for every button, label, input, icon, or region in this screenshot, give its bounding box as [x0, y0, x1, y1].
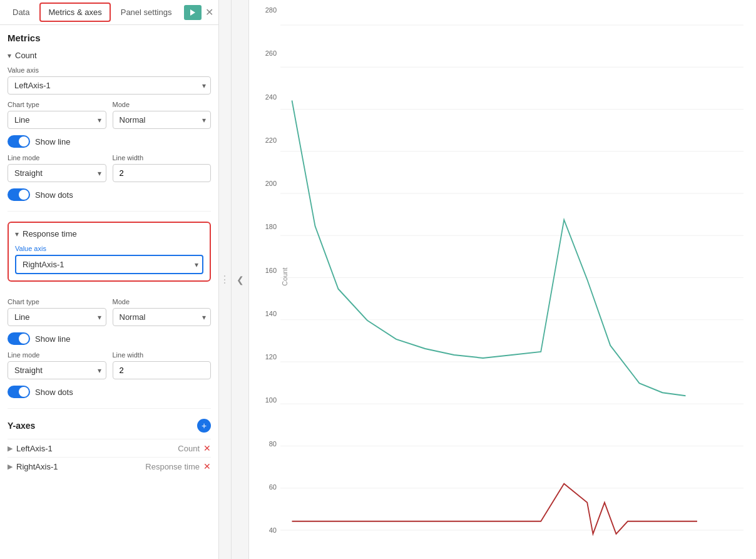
chart-type-select-wrapper-2: Line ▾ [8, 308, 106, 326]
svg-marker-0 [190, 9, 195, 16]
collapse-panel-button[interactable]: ❮ [232, 0, 249, 559]
value-axis-label-1: Value axis [8, 66, 211, 74]
left-axis-name: LeftAxis-1 [16, 444, 174, 453]
left-axis-expand-icon[interactable]: ▶ [8, 444, 13, 453]
close-button[interactable]: ✕ [205, 6, 213, 18]
right-axis-name: RightAxis-1 [16, 462, 141, 471]
y-label-180: 180 [265, 223, 277, 230]
add-axis-button[interactable]: + [197, 419, 211, 433]
line-width-label-2: Line width [113, 351, 212, 359]
chart-type-select-1[interactable]: Line [8, 111, 106, 129]
mode-select-wrapper-1: Normal ▾ [113, 111, 212, 129]
mode-select-wrapper-2: Normal ▾ [113, 308, 212, 326]
panel-content: Metrics ▾ Count Value axis LeftAxis-1 ▾ … [0, 25, 218, 559]
show-line-toggle-2[interactable] [8, 332, 30, 345]
left-axis-delete-icon[interactable]: ✕ [203, 443, 211, 453]
y-axis-title: Count [281, 267, 289, 285]
line-mode-select-2[interactable]: Straight [8, 361, 106, 379]
response-time-chevron-icon: ▾ [15, 230, 19, 238]
show-dots-toggle-2[interactable] [8, 386, 30, 398]
tabs-bar: Data Metrics & axes Panel settings ✕ [0, 0, 218, 25]
mode-select-2[interactable]: Normal [113, 308, 212, 326]
line-width-label-1: Line width [113, 154, 212, 162]
metric-count-header[interactable]: ▾ Count [8, 51, 211, 60]
chart-svg-container: Count [280, 6, 743, 546]
chart-type-select-wrapper-1: Line ▾ [8, 111, 106, 129]
metric-count-name: Count [15, 51, 37, 60]
value-axis-select-wrapper-1: LeftAxis-1 ▾ [8, 76, 211, 95]
y-axes-section: Y-axes + ▶ LeftAxis-1 Count ✕ ▶ RightAxi… [8, 419, 211, 475]
line-mode-width-row-2: Line mode Straight ▾ Line width [8, 345, 211, 379]
red-line [292, 484, 698, 534]
metric-response-time-name: Response time [23, 229, 77, 238]
y-label-80: 80 [269, 440, 277, 448]
chart-svg [280, 6, 743, 546]
metrics-title: Metrics [8, 33, 211, 43]
line-mode-width-row-1: Line mode Straight ▾ Line width [8, 148, 211, 182]
line-mode-select-wrapper-1: Straight ▾ [8, 164, 106, 182]
show-line-label-2: Show line [35, 334, 70, 344]
y-label-160: 160 [265, 267, 277, 274]
value-axis-select-1[interactable]: LeftAxis-1 [8, 76, 211, 95]
collapse-icon: ❮ [237, 275, 244, 285]
y-label-280: 280 [265, 6, 277, 14]
right-axis-metric: Response time [145, 462, 200, 471]
chart-type-select-2[interactable]: Line [8, 308, 106, 326]
count-chevron-icon: ▾ [8, 51, 11, 60]
chart-type-label-2: Chart type [8, 298, 106, 305]
y-label-240: 240 [265, 93, 277, 101]
tab-actions: ✕ [184, 5, 213, 20]
teal-line [292, 101, 686, 396]
chart-wrapper: 280 260 240 220 200 180 160 140 120 100 … [255, 6, 743, 546]
tab-metrics-axes[interactable]: Metrics & axes [39, 3, 110, 22]
y-label-40: 40 [269, 526, 277, 534]
y-label-100: 100 [265, 396, 277, 404]
drag-handle[interactable]: ⋮ [219, 0, 232, 559]
y-axis-labels: 280 260 240 220 200 180 160 140 120 100 … [255, 6, 280, 546]
run-button[interactable] [184, 5, 202, 20]
chart-area: 280 260 240 220 200 180 160 140 120 100 … [249, 0, 756, 559]
value-axis-select-wrapper-2: RightAxis-1 ▾ [15, 255, 203, 274]
value-axis-select-2[interactable]: RightAxis-1 [15, 255, 203, 274]
show-dots-label-2: Show dots [35, 387, 73, 397]
y-label-140: 140 [265, 310, 277, 317]
show-line-row-1: Show line [8, 135, 211, 148]
left-panel: Data Metrics & axes Panel settings ✕ Met… [0, 0, 219, 559]
chart-type-label-1: Chart type [8, 101, 106, 108]
line-mode-select-1[interactable]: Straight [8, 164, 106, 182]
tab-panel-settings[interactable]: Panel settings [113, 4, 180, 21]
metric-response-time-block: ▾ Response time Value axis RightAxis-1 ▾ [8, 222, 211, 282]
chart-mode-row-2: Chart type Line ▾ Mode Normal ▾ [8, 292, 211, 326]
axis-item-left: ▶ LeftAxis-1 Count ✕ [8, 439, 211, 457]
mode-label-2: Mode [113, 298, 212, 305]
metric-response-time-header[interactable]: ▾ Response time [15, 229, 203, 238]
y-label-120: 120 [265, 353, 277, 361]
line-mode-label-2: Line mode [8, 351, 106, 359]
show-dots-row-1: Show dots [8, 188, 211, 201]
show-dots-toggle-1[interactable] [8, 188, 30, 201]
show-dots-label-1: Show dots [35, 190, 73, 200]
line-mode-label-1: Line mode [8, 154, 106, 162]
left-axis-metric: Count [178, 444, 200, 453]
show-line-label-1: Show line [35, 137, 70, 146]
right-axis-delete-icon[interactable]: ✕ [203, 461, 211, 471]
y-axes-header: Y-axes + [8, 419, 211, 433]
right-axis-expand-icon[interactable]: ▶ [8, 463, 13, 471]
y-axes-title: Y-axes [8, 421, 35, 431]
metric-response-time-extra: Chart type Line ▾ Mode Normal ▾ [8, 292, 211, 409]
show-dots-row-2: Show dots [8, 386, 211, 398]
y-label-60: 60 [269, 483, 277, 491]
tab-data[interactable]: Data [5, 4, 37, 21]
metric-count-block: ▾ Count Value axis LeftAxis-1 ▾ Chart ty… [8, 51, 211, 212]
show-line-row-2: Show line [8, 332, 211, 345]
axis-item-right: ▶ RightAxis-1 Response time ✕ [8, 457, 211, 475]
line-width-input-2[interactable] [113, 361, 212, 379]
y-label-260: 260 [265, 49, 277, 57]
show-line-toggle-1[interactable] [8, 135, 30, 148]
y-label-220: 220 [265, 136, 277, 144]
chart-mode-row-1: Chart type Line ▾ Mode Normal ▾ [8, 95, 211, 129]
line-width-input-1[interactable] [113, 164, 212, 182]
drag-handle-icon: ⋮ [220, 274, 230, 285]
mode-select-1[interactable]: Normal [113, 111, 212, 129]
value-axis-label-2: Value axis [15, 245, 203, 252]
